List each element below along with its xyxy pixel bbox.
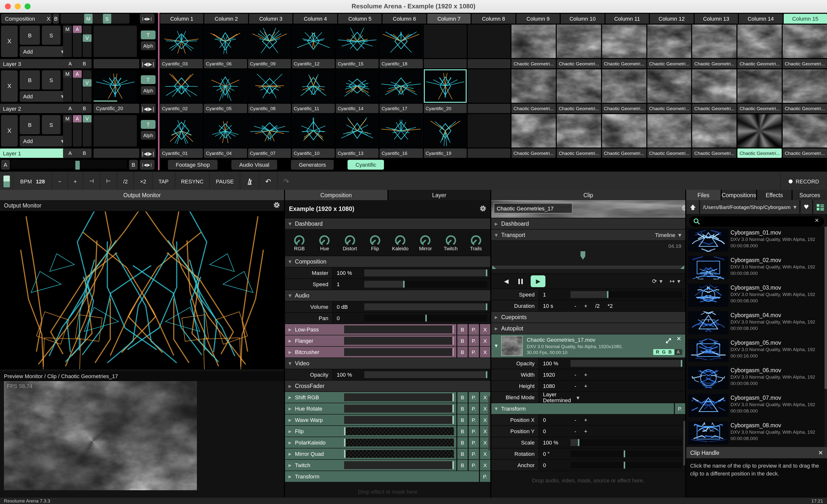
clip-label[interactable]: Cyantific_01 [160,149,203,158]
dashboard-knob[interactable]: Mirror [415,234,436,251]
effect-preset-button[interactable]: P. [480,471,490,482]
crossfader-a-button[interactable]: A [1,160,10,170]
clip-label[interactable]: Chaotic Geometri... [647,104,691,113]
stepper-button[interactable]: *2 [608,303,613,309]
folder-up-button[interactable] [686,200,699,214]
layer-clip-name[interactable]: Cyantific_20 [94,104,139,113]
search-input[interactable] [702,216,811,227]
column-header[interactable]: Column 9 [516,14,560,23]
resync-button[interactable]: RESYNC [175,172,209,191]
effect-main[interactable]: ▶Hue Rotate [285,403,456,414]
slider-handle[interactable] [681,360,682,367]
layer-audio-toggle[interactable]: A [73,115,82,122]
section-header-dashboard[interactable]: ▼Dashboard [285,218,490,230]
clip-label[interactable]: Cyantific_04 [204,149,247,158]
column-header[interactable]: Column 3 [249,14,293,23]
layer-solo-button[interactable]: S [42,25,60,45]
clip-thumbnail[interactable] [647,24,691,58]
clip-cell[interactable]: Chaotic Geometri... [783,24,827,68]
clip-cell[interactable]: Chaotic Geometri... [738,24,782,68]
clear-search-icon[interactable]: ✕ [815,217,819,223]
clip-thumbnail[interactable] [204,69,247,103]
gear-icon[interactable] [480,205,486,213]
layer-clear-button[interactable]: X [1,25,18,57]
effect-slider[interactable] [344,439,454,446]
timeline-track[interactable] [492,266,684,269]
column-header[interactable]: Column 14 [739,14,782,23]
clip-cell[interactable]: Chaotic Geometri... [557,69,601,113]
favorite-heart-button[interactable]: ♥ [800,200,812,214]
effect-main[interactable]: ▶Flip [285,426,456,437]
clip-label[interactable]: Chaotic Geometri... [557,104,601,113]
bpm-display[interactable]: BPM 128 [13,172,52,191]
effect-preset-button[interactable]: P. [469,448,479,459]
dashboard-knob[interactable]: Distort [339,234,360,251]
effect-main[interactable]: ▶Low-Pass [285,324,456,335]
param-value[interactable]: 0 [539,460,571,470]
file-item[interactable]: Cyborgasm_02.movDXV 3.0 Normal Quality, … [686,254,827,282]
layer-blend-dropdown[interactable]: Add▼ [20,46,67,57]
clip-thumbnail[interactable] [692,24,737,58]
clip-label[interactable]: Chaotic Geometri... [783,59,827,68]
clip-label[interactable]: Cyantific_17 [380,104,423,113]
clip-cell[interactable]: Cyantific_09 [248,24,291,68]
composition-solo-toggle[interactable]: S [103,14,111,23]
clip-cell[interactable]: Cyantific_03 [160,24,203,68]
effect-preset-button[interactable]: P. [469,324,479,335]
clip-thumbnail[interactable] [292,69,335,103]
gear-icon[interactable] [273,202,280,210]
clip-label[interactable]: Chaotic Geometri... [602,104,646,113]
beat-indicator[interactable] [0,172,13,191]
clip-label[interactable]: Chaotic Geometri... [512,104,556,113]
clip-label[interactable] [424,59,467,68]
bpm-decrease-button[interactable]: − [52,172,67,191]
clip-cell[interactable]: Cyantific_10 [292,114,335,158]
clip-cell[interactable]: Cyantific_13 [336,114,379,158]
param-value[interactable]: 10 s [539,300,571,311]
tab-composition[interactable]: Composition [285,190,387,200]
crossfader-handle[interactable] [75,161,80,170]
effect-bypass-button[interactable]: B [457,448,468,459]
tap-tempo-button[interactable]: TAP [152,172,175,191]
column-header[interactable]: Column 13 [694,14,738,23]
clip-label[interactable]: Cyantific_07 [248,149,291,158]
param-value[interactable]: 0 [539,414,571,425]
clip-thumbnail[interactable] [292,114,335,148]
clip-label[interactable]: Chaotic Geometri... [557,149,601,158]
slider-handle[interactable] [486,270,487,276]
clip-label[interactable]: Chaotic Geometri... [557,59,601,68]
in-point-handle[interactable] [492,266,496,269]
param-value[interactable]: 100 % [539,358,571,369]
clip-thumbnail[interactable] [783,114,827,148]
effect-preset-button[interactable]: P. [469,392,479,403]
effect-close-button[interactable]: X [480,324,490,335]
clip-thumbnail[interactable] [468,114,511,148]
clip-thumbnail[interactable] [557,114,601,148]
composition-tab[interactable]: Composition [1,14,48,23]
deck-tab[interactable]: Audio Visual [231,160,277,170]
clip-label[interactable]: Cyantific_09 [248,59,291,68]
layer-solo-button[interactable]: S [42,70,60,90]
channel-toggle[interactable]: RGBA [653,349,682,355]
effect-slider[interactable] [344,461,454,469]
clip-label[interactable]: Chaotic Geometri... [512,149,556,158]
column-header[interactable]: Column 8 [472,14,516,23]
slider-handle[interactable] [486,303,487,310]
column-header[interactable]: Column 6 [383,14,426,23]
clip-cell[interactable]: Cyantific_15 [336,24,379,68]
layer-skip-buttons[interactable]: |◀▶| [141,149,155,158]
clip-cell[interactable]: Chaotic Geometri... [738,69,782,113]
stepper-button[interactable]: /2 [595,303,599,309]
stepper-button[interactable]: - [575,417,576,423]
clip-cell[interactable]: Chaotic Geometri... [783,69,827,113]
column-header[interactable]: Column 11 [605,14,649,23]
deck-skip-buttons[interactable]: |◀▶| [140,160,155,170]
clip-scrollbar[interactable] [683,421,685,465]
layer-clear-button[interactable]: X [1,70,18,102]
file-item[interactable]: Cyborgasm_05.movDXV 3.0 Normal Quality, … [686,337,827,365]
column-header[interactable]: Column 4 [294,14,337,23]
clip-cell[interactable]: Chaotic Geometri... [557,24,601,68]
param-value[interactable]: 100 % [333,268,364,278]
clip-cell[interactable]: Chaotic Geometri... [512,24,556,68]
slider-handle[interactable] [452,461,454,469]
